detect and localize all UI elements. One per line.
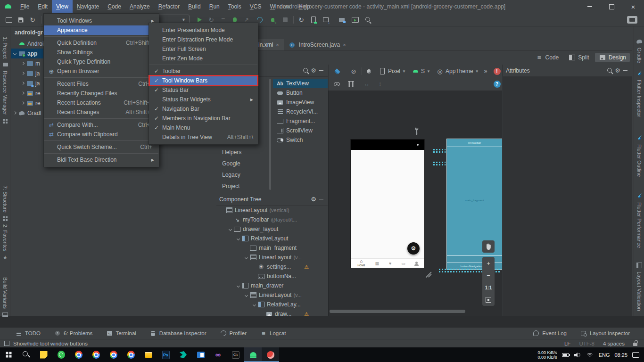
orientation-horizontal-icon[interactable]: ↔	[362, 79, 372, 89]
chevron-down-icon[interactable]	[253, 303, 256, 306]
menu-item-bidi-text-base-direction[interactable]: Bidi Text Base Direction▶	[44, 155, 159, 165]
editor-tab-introscreen-java[interactable]: IntroScreen.java×	[284, 39, 351, 50]
menubar-item-build[interactable]: Build	[184, 0, 205, 13]
tool-window-button-6-problems[interactable]: 6: Problems	[47, 328, 99, 339]
nav-home-item[interactable]: ⌂HOME	[357, 259, 365, 267]
menu-item-main-menu[interactable]: ✓Main Menu	[149, 123, 258, 132]
tool-window-button-1-project[interactable]: 1: Project	[0, 37, 10, 68]
save-icon[interactable]	[16, 15, 26, 25]
help-badge[interactable]: ?	[492, 79, 502, 89]
maximize-button[interactable]	[601, 0, 622, 13]
horizontal-scrollbar[interactable]	[330, 310, 465, 313]
view-options-eye-icon[interactable]	[331, 79, 342, 89]
tool-window-button-7-structure[interactable]: 7: Structure	[0, 186, 10, 222]
line-ending-indicator[interactable]: LF	[564, 341, 570, 346]
menu-item-tool-window-bars[interactable]: ✓Tool Window Bars	[149, 76, 258, 85]
taskbar-icon-astudio[interactable]	[244, 347, 262, 362]
taskbar-icon-vs[interactable]	[209, 347, 227, 362]
taskbar-icon-notes[interactable]	[35, 347, 52, 362]
indent-indicator[interactable]: 4 spaces	[603, 341, 625, 346]
theme-selector[interactable]: AppTheme ▼	[436, 66, 479, 76]
palette-widget-button[interactable]: Button	[273, 88, 328, 98]
component-row-relativelayout[interactable]: RelativeLayout	[216, 234, 328, 243]
menu-item-status-bar-widgets[interactable]: Status Bar Widgets▶	[149, 95, 258, 104]
device-manager-button[interactable]	[308, 15, 319, 25]
menubar-item-view[interactable]: View	[52, 0, 73, 13]
preview-fab-button[interactable]: ⚙	[407, 242, 420, 255]
blueprint-toolbar-region[interactable]: myToolbar	[447, 139, 502, 147]
menubar-item-run[interactable]: Run	[205, 0, 224, 13]
menu-item-details-in-tree-view[interactable]: Details in Tree ViewAlt+Shift+\	[149, 132, 258, 142]
minimize-panel-icon[interactable]	[317, 67, 325, 74]
error-badge[interactable]: !	[492, 66, 502, 76]
encoding-indicator[interactable]: UTF-8	[579, 341, 594, 346]
no-design-icon[interactable]	[348, 66, 359, 76]
palette-widget-imageview[interactable]: ImageView	[273, 98, 328, 107]
menu-item-compare-with-clipboard[interactable]: Compare with Clipboard	[44, 130, 159, 139]
taskbar-icon-chrome[interactable]	[87, 347, 105, 362]
zoom-ratio-button[interactable]: 1:1	[482, 281, 495, 294]
pan-hand-button[interactable]	[482, 240, 495, 253]
project-structure-button[interactable]	[337, 15, 347, 25]
tool-window-button-layout-inspector[interactable]: Layout Inspector	[573, 328, 636, 339]
menu-item-quick-definition[interactable]: Quick DefinitionCtrl+Shift+I	[44, 38, 159, 48]
menubar-item-code[interactable]: Code	[103, 0, 125, 13]
taskbar-icon-whatsapp[interactable]	[52, 347, 70, 362]
menu-item-compare-with[interactable]: Compare With...Ctrl+D	[44, 120, 159, 130]
tool-window-button-layout-validation[interactable]: Layout Validation	[634, 262, 644, 311]
zoom-in-button[interactable]: +	[482, 257, 495, 269]
tool-window-button-terminal[interactable]: Terminal	[99, 328, 142, 339]
taskbar-icon-teal[interactable]	[174, 347, 192, 362]
nav-card-icon[interactable]: ▭	[401, 262, 405, 265]
device-in-editor-selector[interactable]: Pixel ▼	[379, 66, 406, 76]
sync-icon[interactable]	[27, 15, 38, 25]
menu-item-quick-switch-scheme[interactable]: Quick Switch Scheme...Ctrl+`	[44, 142, 159, 152]
minimize-panel-icon[interactable]	[317, 196, 325, 203]
emulator-button[interactable]	[350, 15, 360, 25]
menu-item-recently-changed-files[interactable]: Recently Changed Files	[44, 89, 159, 98]
menubar-item-analyze[interactable]: Analyze	[125, 0, 154, 13]
chevron-right-icon[interactable]	[21, 101, 25, 105]
palette-widget-scrollview[interactable]: ScrollView	[273, 126, 328, 135]
taskbar-icon-chrome[interactable]	[70, 347, 87, 362]
clock[interactable]: 08:25	[614, 352, 627, 358]
chevron-down-icon[interactable]	[237, 237, 240, 240]
taskbar-icon-explorer[interactable]	[140, 347, 157, 362]
tool-window-button-resource-manager[interactable]: Resource Manager	[0, 71, 10, 125]
tool-window-button-build-variants[interactable]: Build Variants	[0, 277, 10, 319]
nav-dashboard-icon[interactable]: ▦	[375, 262, 380, 265]
palette-category-legacy[interactable]: Legacy	[216, 169, 269, 181]
color-variant-icon[interactable]	[363, 66, 374, 76]
tool-window-button-event-log[interactable]: Event Log	[526, 328, 573, 339]
menu-item-enter-full-screen[interactable]: Enter Full Screen	[149, 44, 258, 54]
component-row-bottomna[interactable]: bottomNa...	[216, 272, 328, 281]
palette-scrollbar[interactable]	[269, 79, 271, 190]
component-row-linearlayout[interactable]: LinearLayout(vertical)	[216, 206, 328, 215]
tool-window-button-flutter-inspector[interactable]: Flutter Inspector	[634, 70, 644, 117]
taskbar-icon-chrome[interactable]	[122, 347, 140, 362]
tool-window-button-gradle[interactable]: Gradle	[634, 38, 644, 63]
wifi-icon[interactable]	[586, 352, 594, 358]
palette-widget-fragment[interactable]: Fragment...	[273, 116, 328, 126]
chevron-down-icon[interactable]	[245, 255, 248, 259]
notification-center-icon[interactable]	[632, 352, 639, 358]
component-row-mytoolbar[interactable]: myToolbar@layout/t...	[216, 215, 328, 224]
menu-item-recent-locations[interactable]: Recent LocationsCtrl+Shift+E	[44, 98, 159, 107]
search-everywhere-button[interactable]	[363, 15, 373, 25]
menu-item-recent-files[interactable]: Recent FilesCtrl+E	[44, 79, 159, 89]
tool-window-button-flutter-outline[interactable]: Flutter Outline	[634, 134, 644, 177]
taskbar-icon-chrome[interactable]	[105, 347, 122, 362]
design-surface[interactable]: ⚙ ⌂HOME ▦ ♥ ▭ myToolbar main_fragment bo…	[328, 90, 502, 316]
tool-window-button-todo[interactable]: TODO	[8, 328, 47, 339]
menu-item-show-siblings[interactable]: Show Siblings	[44, 48, 159, 57]
component-row-main-drawer[interactable]: main_drawer	[216, 281, 328, 290]
component-row-linearlayout[interactable]: LinearLayout(v...	[216, 290, 328, 300]
minimize-panel-icon[interactable]	[621, 67, 629, 74]
menu-item-enter-distraction-free-mode[interactable]: Enter Distraction Free Mode	[149, 35, 258, 44]
preview-bottom-nav[interactable]: ⌂HOME ▦ ♥ ▭	[351, 258, 424, 268]
component-row-relativelay[interactable]: RelativeLay...	[216, 300, 328, 309]
network-speed-widget[interactable]: 0.00 KiB/s 0.00 KiB/s	[538, 350, 557, 360]
palette-widget-textview[interactable]: TextView	[273, 79, 328, 88]
component-row-linearlayout[interactable]: LinearLayout(v...	[216, 253, 328, 262]
search-icon[interactable]	[606, 67, 614, 74]
